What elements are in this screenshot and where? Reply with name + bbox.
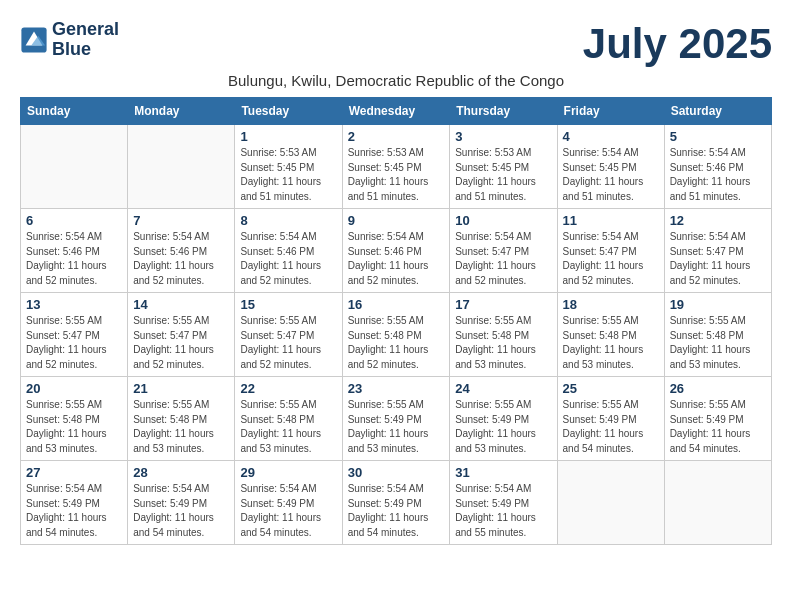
- calendar-cell: 10Sunrise: 5:54 AM Sunset: 5:47 PM Dayli…: [450, 209, 557, 293]
- page-header: General Blue July 2025: [20, 20, 772, 68]
- day-detail: Sunrise: 5:55 AM Sunset: 5:47 PM Dayligh…: [26, 314, 122, 372]
- day-detail: Sunrise: 5:55 AM Sunset: 5:49 PM Dayligh…: [563, 398, 659, 456]
- calendar-cell: 6Sunrise: 5:54 AM Sunset: 5:46 PM Daylig…: [21, 209, 128, 293]
- day-number: 24: [455, 381, 551, 396]
- day-detail: Sunrise: 5:55 AM Sunset: 5:47 PM Dayligh…: [240, 314, 336, 372]
- day-number: 7: [133, 213, 229, 228]
- calendar-cell: 25Sunrise: 5:55 AM Sunset: 5:49 PM Dayli…: [557, 377, 664, 461]
- calendar-cell: 1Sunrise: 5:53 AM Sunset: 5:45 PM Daylig…: [235, 125, 342, 209]
- day-detail: Sunrise: 5:54 AM Sunset: 5:49 PM Dayligh…: [348, 482, 445, 540]
- calendar-subtitle: Bulungu, Kwilu, Democratic Republic of t…: [20, 72, 772, 89]
- calendar-table: SundayMondayTuesdayWednesdayThursdayFrid…: [20, 97, 772, 545]
- day-detail: Sunrise: 5:55 AM Sunset: 5:48 PM Dayligh…: [240, 398, 336, 456]
- calendar-cell: [664, 461, 771, 545]
- calendar-cell: 29Sunrise: 5:54 AM Sunset: 5:49 PM Dayli…: [235, 461, 342, 545]
- day-number: 17: [455, 297, 551, 312]
- day-of-week-header: Tuesday: [235, 98, 342, 125]
- day-of-week-header: Sunday: [21, 98, 128, 125]
- calendar-cell: 5Sunrise: 5:54 AM Sunset: 5:46 PM Daylig…: [664, 125, 771, 209]
- day-detail: Sunrise: 5:54 AM Sunset: 5:46 PM Dayligh…: [670, 146, 766, 204]
- day-number: 27: [26, 465, 122, 480]
- calendar-week-row: 13Sunrise: 5:55 AM Sunset: 5:47 PM Dayli…: [21, 293, 772, 377]
- day-number: 18: [563, 297, 659, 312]
- day-of-week-header: Wednesday: [342, 98, 450, 125]
- calendar-cell: [557, 461, 664, 545]
- day-of-week-header: Monday: [128, 98, 235, 125]
- calendar-cell: 31Sunrise: 5:54 AM Sunset: 5:49 PM Dayli…: [450, 461, 557, 545]
- day-number: 11: [563, 213, 659, 228]
- day-number: 19: [670, 297, 766, 312]
- day-detail: Sunrise: 5:54 AM Sunset: 5:46 PM Dayligh…: [348, 230, 445, 288]
- month-title: July 2025: [583, 20, 772, 68]
- day-number: 28: [133, 465, 229, 480]
- calendar-week-row: 27Sunrise: 5:54 AM Sunset: 5:49 PM Dayli…: [21, 461, 772, 545]
- logo-line1: General: [52, 20, 119, 40]
- day-detail: Sunrise: 5:53 AM Sunset: 5:45 PM Dayligh…: [348, 146, 445, 204]
- calendar-cell: 15Sunrise: 5:55 AM Sunset: 5:47 PM Dayli…: [235, 293, 342, 377]
- day-number: 15: [240, 297, 336, 312]
- calendar-cell: 16Sunrise: 5:55 AM Sunset: 5:48 PM Dayli…: [342, 293, 450, 377]
- calendar-cell: 12Sunrise: 5:54 AM Sunset: 5:47 PM Dayli…: [664, 209, 771, 293]
- calendar-cell: 20Sunrise: 5:55 AM Sunset: 5:48 PM Dayli…: [21, 377, 128, 461]
- day-detail: Sunrise: 5:55 AM Sunset: 5:49 PM Dayligh…: [455, 398, 551, 456]
- logo-text: General Blue: [52, 20, 119, 60]
- day-number: 21: [133, 381, 229, 396]
- day-number: 12: [670, 213, 766, 228]
- calendar-cell: 3Sunrise: 5:53 AM Sunset: 5:45 PM Daylig…: [450, 125, 557, 209]
- day-number: 1: [240, 129, 336, 144]
- day-detail: Sunrise: 5:55 AM Sunset: 5:48 PM Dayligh…: [670, 314, 766, 372]
- day-number: 22: [240, 381, 336, 396]
- day-detail: Sunrise: 5:55 AM Sunset: 5:47 PM Dayligh…: [133, 314, 229, 372]
- day-of-week-header: Thursday: [450, 98, 557, 125]
- calendar-cell: 14Sunrise: 5:55 AM Sunset: 5:47 PM Dayli…: [128, 293, 235, 377]
- day-number: 3: [455, 129, 551, 144]
- day-number: 4: [563, 129, 659, 144]
- day-detail: Sunrise: 5:53 AM Sunset: 5:45 PM Dayligh…: [240, 146, 336, 204]
- logo-icon: [20, 26, 48, 54]
- day-number: 9: [348, 213, 445, 228]
- day-number: 13: [26, 297, 122, 312]
- day-detail: Sunrise: 5:54 AM Sunset: 5:49 PM Dayligh…: [240, 482, 336, 540]
- calendar-cell: 28Sunrise: 5:54 AM Sunset: 5:49 PM Dayli…: [128, 461, 235, 545]
- calendar-cell: [128, 125, 235, 209]
- day-detail: Sunrise: 5:54 AM Sunset: 5:49 PM Dayligh…: [26, 482, 122, 540]
- day-detail: Sunrise: 5:54 AM Sunset: 5:45 PM Dayligh…: [563, 146, 659, 204]
- day-number: 29: [240, 465, 336, 480]
- calendar-cell: 27Sunrise: 5:54 AM Sunset: 5:49 PM Dayli…: [21, 461, 128, 545]
- day-number: 23: [348, 381, 445, 396]
- logo: General Blue: [20, 20, 119, 60]
- calendar-cell: 11Sunrise: 5:54 AM Sunset: 5:47 PM Dayli…: [557, 209, 664, 293]
- calendar-week-row: 20Sunrise: 5:55 AM Sunset: 5:48 PM Dayli…: [21, 377, 772, 461]
- day-detail: Sunrise: 5:55 AM Sunset: 5:48 PM Dayligh…: [133, 398, 229, 456]
- day-number: 31: [455, 465, 551, 480]
- logo-line2: Blue: [52, 40, 119, 60]
- calendar-cell: 4Sunrise: 5:54 AM Sunset: 5:45 PM Daylig…: [557, 125, 664, 209]
- calendar-cell: 17Sunrise: 5:55 AM Sunset: 5:48 PM Dayli…: [450, 293, 557, 377]
- calendar-header-row: SundayMondayTuesdayWednesdayThursdayFrid…: [21, 98, 772, 125]
- day-detail: Sunrise: 5:54 AM Sunset: 5:47 PM Dayligh…: [670, 230, 766, 288]
- day-detail: Sunrise: 5:54 AM Sunset: 5:46 PM Dayligh…: [240, 230, 336, 288]
- calendar-cell: 13Sunrise: 5:55 AM Sunset: 5:47 PM Dayli…: [21, 293, 128, 377]
- day-detail: Sunrise: 5:55 AM Sunset: 5:48 PM Dayligh…: [563, 314, 659, 372]
- calendar-cell: [21, 125, 128, 209]
- day-number: 5: [670, 129, 766, 144]
- day-number: 26: [670, 381, 766, 396]
- day-number: 20: [26, 381, 122, 396]
- day-detail: Sunrise: 5:55 AM Sunset: 5:48 PM Dayligh…: [455, 314, 551, 372]
- calendar-cell: 23Sunrise: 5:55 AM Sunset: 5:49 PM Dayli…: [342, 377, 450, 461]
- calendar-cell: 18Sunrise: 5:55 AM Sunset: 5:48 PM Dayli…: [557, 293, 664, 377]
- day-detail: Sunrise: 5:55 AM Sunset: 5:48 PM Dayligh…: [26, 398, 122, 456]
- calendar-cell: 9Sunrise: 5:54 AM Sunset: 5:46 PM Daylig…: [342, 209, 450, 293]
- day-detail: Sunrise: 5:54 AM Sunset: 5:47 PM Dayligh…: [563, 230, 659, 288]
- day-detail: Sunrise: 5:55 AM Sunset: 5:49 PM Dayligh…: [670, 398, 766, 456]
- day-detail: Sunrise: 5:55 AM Sunset: 5:49 PM Dayligh…: [348, 398, 445, 456]
- calendar-cell: 19Sunrise: 5:55 AM Sunset: 5:48 PM Dayli…: [664, 293, 771, 377]
- day-number: 25: [563, 381, 659, 396]
- day-detail: Sunrise: 5:54 AM Sunset: 5:49 PM Dayligh…: [455, 482, 551, 540]
- day-detail: Sunrise: 5:54 AM Sunset: 5:49 PM Dayligh…: [133, 482, 229, 540]
- calendar-cell: 2Sunrise: 5:53 AM Sunset: 5:45 PM Daylig…: [342, 125, 450, 209]
- day-number: 30: [348, 465, 445, 480]
- calendar-week-row: 1Sunrise: 5:53 AM Sunset: 5:45 PM Daylig…: [21, 125, 772, 209]
- day-detail: Sunrise: 5:54 AM Sunset: 5:47 PM Dayligh…: [455, 230, 551, 288]
- day-number: 8: [240, 213, 336, 228]
